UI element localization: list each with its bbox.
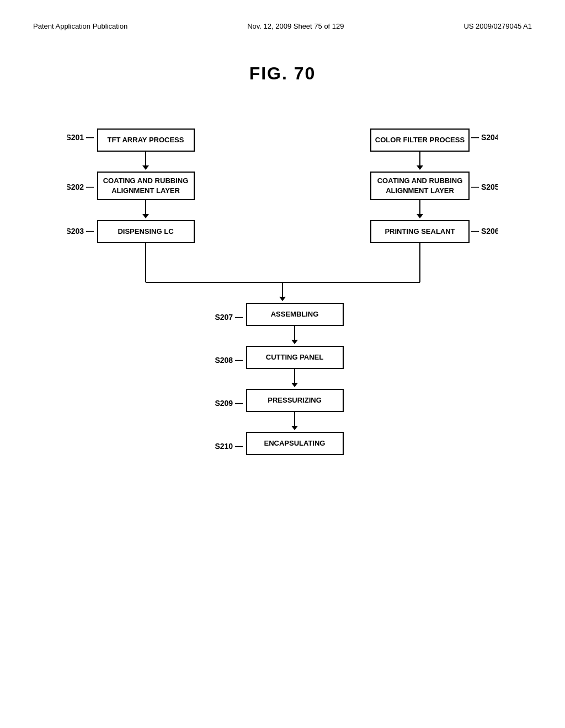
arrowhead-s207-s208 — [291, 340, 298, 344]
s207-label: S207 — — [215, 313, 243, 322]
s202-label: S202 — — [67, 183, 94, 191]
s210-label: S210 — — [215, 442, 243, 451]
s204-text: COLOR FILTER PROCESS — [375, 136, 465, 144]
page-header: Patent Application Publication Nov. 12, … — [33, 22, 532, 30]
s202-text-2: ALIGNMENT LAYER — [111, 186, 180, 195]
page: Patent Application Publication Nov. 12, … — [0, 0, 565, 728]
s201-label: S201 — — [67, 133, 94, 142]
arrowhead-s204-s205 — [417, 165, 423, 170]
arrowhead-s201-s202 — [142, 165, 149, 170]
arrowhead-merge-s207 — [279, 297, 286, 301]
s210-text: ENCAPSULATING — [264, 439, 326, 447]
figure-title: FIG. 70 — [33, 63, 532, 84]
arrowhead-s208-s209 — [291, 383, 298, 387]
s207-text: ASSEMBLING — [271, 310, 319, 318]
s205-text-1: COATING AND RUBBING — [377, 176, 463, 185]
s202-text-1: COATING AND RUBBING — [103, 176, 189, 185]
s208-label: S208 — — [215, 356, 243, 365]
s205-text-2: ALIGNMENT LAYER — [386, 186, 454, 195]
s205-label: — S205 — [471, 183, 498, 191]
s203-text: DISPENSING LC — [118, 227, 174, 235]
header-left: Patent Application Publication — [33, 22, 127, 30]
s209-label: S209 — — [215, 399, 243, 408]
s201-text: TFT ARRAY PROCESS — [108, 136, 184, 144]
s206-label: — S206 — [471, 227, 498, 235]
header-right: US 2009/0279045 A1 — [463, 22, 532, 30]
s206-text: PRINTING SEALANT — [385, 227, 455, 235]
flowchart-diagram: S201 — TFT ARRAY PROCESS S202 — COATING … — [67, 117, 498, 569]
s204-label: — S204 — [471, 133, 498, 142]
arrowhead-s209-s210 — [291, 426, 298, 430]
s208-text: CUTTING PANEL — [266, 353, 324, 361]
s209-text: PRESSURIZING — [268, 396, 322, 404]
arrowhead-s205-s206 — [417, 214, 423, 218]
s203-label: S203 — — [67, 227, 94, 235]
arrowhead-s202-s203 — [142, 214, 149, 218]
header-middle: Nov. 12, 2009 Sheet 75 of 129 — [247, 22, 344, 30]
